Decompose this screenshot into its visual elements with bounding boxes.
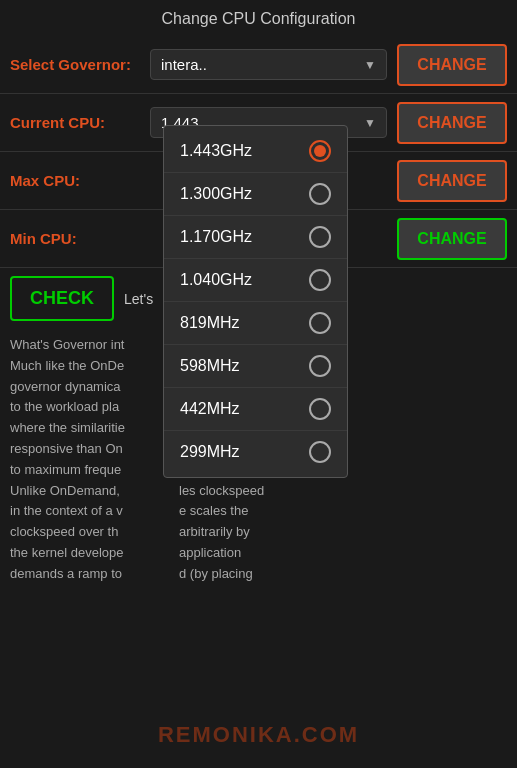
freq-radio-inner-1443 xyxy=(314,145,326,157)
current-cpu-arrow-icon: ▼ xyxy=(364,116,376,130)
freq-radio-819[interactable] xyxy=(309,312,331,334)
freq-label-299: 299MHz xyxy=(180,443,240,461)
check-button[interactable]: CHECK xyxy=(10,276,114,321)
freq-option-442[interactable]: 442MHz xyxy=(164,388,347,431)
governor-arrow-icon: ▼ xyxy=(364,58,376,72)
governor-change-button[interactable]: CHANGE xyxy=(397,44,507,86)
freq-option-598[interactable]: 598MHz xyxy=(164,345,347,388)
freq-radio-1040[interactable] xyxy=(309,269,331,291)
watermark: REMONIKA.COM xyxy=(158,722,359,748)
governor-dropdown[interactable]: intera.. ▼ xyxy=(150,49,387,80)
freq-radio-1443[interactable] xyxy=(309,140,331,162)
freq-option-299[interactable]: 299MHz xyxy=(164,431,347,473)
freq-radio-1170[interactable] xyxy=(309,226,331,248)
lets-text: Let's xyxy=(124,291,153,307)
freq-radio-299[interactable] xyxy=(309,441,331,463)
freq-label-1040: 1.040GHz xyxy=(180,271,252,289)
freq-radio-442[interactable] xyxy=(309,398,331,420)
freq-label-1443: 1.443GHz xyxy=(180,142,252,160)
freq-option-1300[interactable]: 1.300GHz xyxy=(164,173,347,216)
min-cpu-label: Min CPU: xyxy=(10,230,150,247)
freq-option-1443[interactable]: 1.443GHz xyxy=(164,130,347,173)
governor-value: intera.. xyxy=(161,56,207,73)
current-cpu-change-button[interactable]: CHANGE xyxy=(397,102,507,144)
max-cpu-change-button[interactable]: CHANGE xyxy=(397,160,507,202)
freq-label-442: 442MHz xyxy=(180,400,240,418)
governor-label: Select Governor: xyxy=(10,56,150,73)
freq-radio-598[interactable] xyxy=(309,355,331,377)
description-left: What's Governor int Much like the OnDe g… xyxy=(10,335,173,585)
page-title: Change CPU Configuration xyxy=(0,0,517,36)
governor-row: Select Governor: intera.. ▼ CHANGE xyxy=(0,36,517,94)
freq-label-1300: 1.300GHz xyxy=(180,185,252,203)
freq-label-1170: 1.170GHz xyxy=(180,228,252,246)
freq-label-819: 819MHz xyxy=(180,314,240,332)
freq-option-1040[interactable]: 1.040GHz xyxy=(164,259,347,302)
cpu-frequency-dropdown: 1.443GHz 1.300GHz 1.170GHz 1.040GHz 819M… xyxy=(163,125,348,478)
current-cpu-label: Current CPU: xyxy=(10,114,150,131)
freq-option-1170[interactable]: 1.170GHz xyxy=(164,216,347,259)
max-cpu-label: Max CPU: xyxy=(10,172,150,189)
freq-radio-1300[interactable] xyxy=(309,183,331,205)
freq-option-819[interactable]: 819MHz xyxy=(164,302,347,345)
min-cpu-change-button[interactable]: CHANGE xyxy=(397,218,507,260)
freq-label-598: 598MHz xyxy=(180,357,240,375)
